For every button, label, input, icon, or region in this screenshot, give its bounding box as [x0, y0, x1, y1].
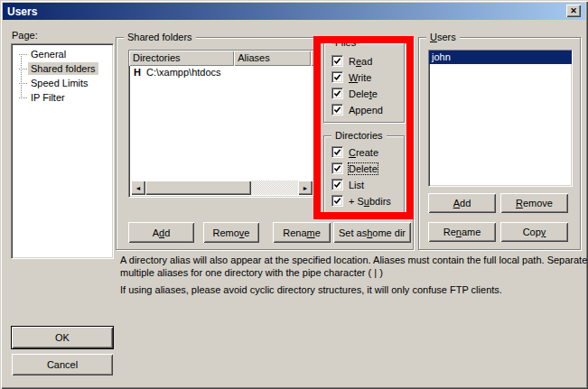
- column-header-directories[interactable]: Directories: [129, 51, 234, 66]
- checkbox-subdirs[interactable]: + Subdirs: [331, 195, 391, 207]
- user-rename-button[interactable]: Rename: [428, 222, 496, 242]
- horizontal-scrollbar[interactable]: ◄ ►: [131, 181, 313, 195]
- ok-button[interactable]: OK: [12, 327, 113, 348]
- checkbox-icon[interactable]: [331, 88, 343, 99]
- shared-folders-group-label: Shared folders: [124, 32, 196, 42]
- home-marker: H: [134, 67, 146, 78]
- checkbox-icon[interactable]: [331, 146, 343, 158]
- alias-note-text: A directory alias will also appear at th…: [120, 254, 588, 279]
- window-title: Users: [3, 5, 37, 18]
- directories-permissions-group: Directories Create Delete List + Subdirs: [323, 135, 405, 217]
- sidebar-item-ip-filter[interactable]: IP Filter: [12, 90, 113, 105]
- checkbox-label: Read: [349, 56, 372, 67]
- list-header: Directories Aliases: [129, 51, 314, 66]
- tree-stub: [19, 83, 27, 84]
- tree-stub: [19, 97, 27, 98]
- checkbox-label: Write: [349, 72, 371, 83]
- checkbox-icon[interactable]: [331, 71, 343, 83]
- sidebar-item-speed-limits[interactable]: Speed Limits: [12, 76, 113, 90]
- close-button[interactable]: ✕: [566, 5, 581, 17]
- cancel-button[interactable]: Cancel: [12, 354, 113, 375]
- users-dialog: Users ✕ Page: General Shared folders Spe…: [0, 0, 588, 389]
- files-group-label: Files: [331, 37, 359, 48]
- checkbox-delete-files[interactable]: Delete: [331, 88, 378, 99]
- tree-stub: [19, 69, 27, 69]
- checkbox-icon[interactable]: [331, 179, 343, 190]
- sidebar-item-label: Speed Limits: [28, 77, 91, 89]
- checkbox-icon[interactable]: [331, 55, 343, 67]
- checkbox-label: List: [349, 180, 364, 190]
- scroll-left-button[interactable]: ◄: [131, 181, 145, 195]
- files-permissions-group: Files Read Write Delete Append: [323, 42, 405, 123]
- sidebar-item-label: IP Filter: [28, 91, 68, 104]
- users-group: Users john Add Remove Rename Copy: [418, 37, 581, 250]
- checkbox-write[interactable]: Write: [331, 71, 371, 83]
- sidebar-item-label: Shared folders: [28, 62, 98, 75]
- checkbox-create[interactable]: Create: [331, 146, 378, 158]
- table-row[interactable]: H C:\xampp\htdocs: [129, 66, 314, 79]
- scroll-right-icon: ►: [303, 185, 309, 191]
- column-header-filler: [311, 51, 314, 66]
- checkbox-append[interactable]: Append: [331, 104, 383, 116]
- checkbox-read[interactable]: Read: [331, 55, 372, 67]
- titlebar[interactable]: Users ✕: [3, 3, 585, 20]
- scroll-left-icon: ◄: [135, 185, 142, 191]
- checkbox-label: Delete: [349, 88, 378, 99]
- sidebar-item-general[interactable]: General: [12, 47, 113, 61]
- shared-rename-button[interactable]: Rename: [273, 222, 331, 243]
- user-add-button[interactable]: Add: [428, 193, 496, 213]
- user-remove-button[interactable]: Remove: [500, 193, 568, 213]
- user-copy-button[interactable]: Copy: [500, 222, 568, 242]
- shared-add-button[interactable]: Add: [128, 222, 194, 243]
- shared-folders-list: Directories Aliases H C:\xampp\htdocs ◄ …: [128, 50, 315, 198]
- tree-stub: [19, 54, 27, 55]
- checkbox-icon[interactable]: [331, 104, 343, 116]
- list-item-user[interactable]: john: [429, 51, 572, 64]
- checkbox-delete-dirs[interactable]: Delete: [331, 162, 378, 174]
- checkbox-icon[interactable]: [331, 162, 343, 174]
- users-list[interactable]: john: [428, 50, 573, 187]
- checkbox-label: + Subdirs: [349, 196, 391, 207]
- close-icon: ✕: [570, 6, 577, 15]
- scroll-right-button[interactable]: ►: [298, 181, 313, 195]
- checkbox-label: Delete: [349, 163, 378, 174]
- checkbox-label: Append: [349, 105, 383, 116]
- sidebar-item-label: General: [28, 48, 69, 60]
- directories-group-label: Directories: [331, 130, 387, 141]
- set-as-home-dir-button[interactable]: Set as home dir: [333, 222, 411, 243]
- users-group-label: Users: [426, 32, 460, 42]
- column-header-aliases[interactable]: Aliases: [234, 51, 311, 66]
- directory-path: C:\xampp\htdocs: [146, 67, 221, 78]
- shared-remove-button[interactable]: Remove: [203, 222, 259, 243]
- page-tree: General Shared folders Speed Limits IP F…: [11, 43, 114, 259]
- checkbox-icon[interactable]: [331, 195, 343, 207]
- scrollbar-thumb[interactable]: [145, 181, 251, 195]
- sidebar-item-shared-folders[interactable]: Shared folders: [12, 61, 113, 76]
- cyclic-note-text: If using aliases, please avoid cyclic di…: [120, 283, 588, 296]
- checkbox-label: Create: [349, 147, 378, 158]
- checkbox-list[interactable]: List: [331, 179, 364, 190]
- page-label: Page:: [12, 30, 38, 41]
